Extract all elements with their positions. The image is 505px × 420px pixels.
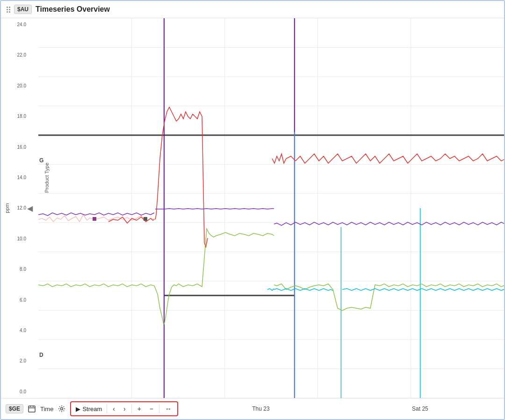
separator-2: [131, 404, 132, 413]
play-icon: ▶: [76, 406, 80, 413]
separator-1: [107, 404, 107, 413]
y-label-10: 10.0: [1, 236, 28, 241]
stream-control-group: ▶ Stream ‹ › + − ↔: [70, 401, 178, 416]
y-axis-unit-label: ppm: [4, 203, 10, 213]
time-label-thu23: Thu 23: [252, 406, 269, 412]
panel-footer: $GE Time ▶ Stream ‹: [1, 398, 504, 419]
footer-badge: $GE: [6, 404, 23, 413]
svg-text:D: D: [39, 352, 43, 358]
panel-title: Timeseries Overview: [36, 5, 110, 14]
panel-badge: $AU: [14, 5, 32, 14]
time-label: Time: [40, 406, 53, 413]
stream-label: Stream: [82, 406, 102, 413]
left-arrow-icon[interactable]: ◀: [27, 204, 33, 213]
y-label-8: 8.0: [1, 267, 28, 272]
svg-rect-25: [144, 217, 147, 221]
zoom-in-button[interactable]: +: [134, 403, 145, 414]
y-label-18: 18.0: [1, 114, 28, 119]
main-panel: $AU Timeseries Overview 24.0 22.0 20.0 1…: [0, 0, 505, 420]
drag-handle[interactable]: [7, 7, 10, 13]
y-label-14: 14.0: [1, 175, 28, 180]
play-stream-button[interactable]: ▶ Stream: [73, 404, 105, 414]
y-label-20: 20.0: [1, 83, 28, 88]
panel-header: $AU Timeseries Overview: [1, 1, 504, 18]
y-label-6: 6.0: [1, 297, 28, 303]
separator-3: [159, 404, 159, 413]
calendar-icon-button[interactable]: [26, 404, 37, 413]
product-type-label: Product Type: [44, 163, 50, 193]
chart-area: 24.0 22.0 20.0 18.0 16.0 14.0 12.0 10.0 …: [1, 18, 504, 398]
chart-svg: G D: [38, 18, 504, 398]
svg-text:G: G: [39, 157, 43, 164]
y-label-22: 22.0: [1, 52, 28, 58]
y-label-0: 0.0: [1, 389, 28, 394]
next-button[interactable]: ›: [120, 403, 130, 414]
y-label-2: 2.0: [1, 358, 28, 363]
zoom-out-button[interactable]: −: [146, 403, 157, 414]
time-axis-labels: Thu 23 Sat 25: [181, 406, 499, 412]
svg-rect-24: [93, 217, 96, 221]
settings-icon-button[interactable]: [56, 404, 67, 413]
time-label-sat25: Sat 25: [412, 406, 428, 412]
prev-button[interactable]: ‹: [109, 403, 119, 414]
expand-button[interactable]: ↔: [161, 403, 175, 414]
y-label-4: 4.0: [1, 328, 28, 333]
y-label-24: 24.0: [1, 22, 28, 27]
y-label-16: 16.0: [1, 145, 28, 150]
svg-rect-28: [29, 406, 35, 412]
svg-point-32: [61, 408, 63, 410]
